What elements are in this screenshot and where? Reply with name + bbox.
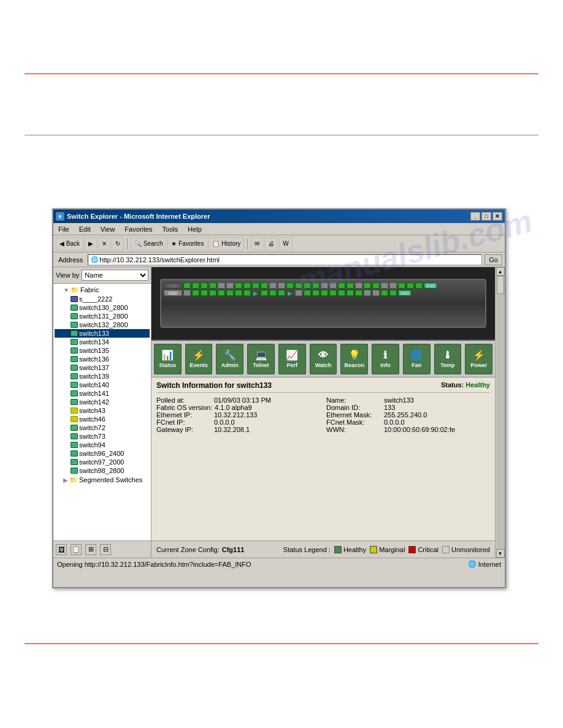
port	[372, 282, 380, 289]
temp-button[interactable]: 🌡 Temp	[434, 344, 462, 374]
polled-label: Polled at:	[156, 396, 212, 404]
panel-icon-2[interactable]: 📋	[71, 544, 82, 555]
status-button[interactable]: 📊 Status	[154, 344, 182, 374]
tree-fabric-root[interactable]: ▼ 📁 Fabric	[55, 285, 150, 295]
panel-icon-3[interactable]: ⊞	[85, 544, 96, 555]
watch-button[interactable]: 👁 Watch	[310, 344, 337, 374]
tree-item-switch96[interactable]: switch96_2400	[55, 449, 150, 458]
scroll-thumb[interactable]	[497, 276, 504, 294]
right-scrollbar[interactable]: ▲ ▼	[495, 267, 505, 558]
tree-item-switch97[interactable]: switch97_2000	[55, 458, 150, 466]
gateway-ip-label: Gateway IP:	[156, 426, 212, 433]
mail-button[interactable]: ✉	[251, 237, 263, 251]
info-row-eth-mask: Ethernet Mask: 255.255.240.0	[326, 411, 490, 419]
switch-icon-green	[71, 373, 78, 379]
print-button[interactable]: 🖨	[264, 237, 278, 251]
port	[218, 290, 225, 296]
status-value: Healthy	[465, 381, 490, 389]
favorites-button[interactable]: ★ Favorites	[167, 237, 207, 251]
beacon-button[interactable]: 💡 Beacon	[340, 344, 368, 374]
title-bar-buttons: _ □ ✕	[470, 212, 502, 221]
port	[209, 282, 216, 289]
minimize-button[interactable]: _	[470, 212, 480, 221]
tree-item-switch46[interactable]: switch46	[55, 415, 150, 423]
stop-button[interactable]: ✕	[98, 237, 110, 251]
info-row-polled: Polled at: 01/09/03 03:13 PM	[156, 396, 320, 404]
tree-item-switch140[interactable]: switch140	[55, 381, 150, 389]
tree-item-switch98[interactable]: switch98_2800	[55, 466, 150, 475]
title-bar-left: e Switch Explorer - Microsoft Internet E…	[56, 212, 210, 221]
switch-item-label: switch72	[79, 424, 105, 431]
maximize-button[interactable]: □	[481, 212, 491, 221]
tree-item-switch136[interactable]: switch136	[55, 355, 150, 363]
tree-item-switch142[interactable]: switch142	[55, 398, 150, 406]
close-button[interactable]: ✕	[492, 212, 502, 221]
events-button[interactable]: ⚡ Events	[185, 344, 213, 374]
history-button[interactable]: 📋 History	[209, 237, 244, 251]
panel-icon-1[interactable]: 🖼	[56, 544, 67, 555]
port	[243, 290, 251, 296]
beacon-icon: 💡	[348, 349, 361, 361]
scroll-down-button[interactable]: ▼	[496, 549, 505, 558]
tree-item-switch132[interactable]: switch132_2800	[55, 320, 150, 329]
scroll-up-button[interactable]: ▲	[496, 267, 505, 276]
panel-icon-4[interactable]: ⊟	[100, 544, 111, 555]
menu-favorites[interactable]: Favorites	[122, 224, 155, 234]
address-input[interactable]	[99, 256, 479, 264]
switch-icon-green	[71, 322, 78, 328]
scroll-track[interactable]	[496, 276, 505, 549]
snd-label: SND	[398, 290, 412, 296]
tree-item-switch141[interactable]: switch141	[55, 389, 150, 398]
go-button[interactable]: Go	[484, 254, 502, 265]
refresh-button[interactable]: ↻	[112, 237, 124, 251]
search-button[interactable]: 🔍 Search	[131, 237, 166, 251]
edit-button[interactable]: W	[279, 237, 292, 251]
port	[312, 282, 320, 289]
back-button[interactable]: ◀ Back	[56, 237, 83, 251]
admin-button[interactable]: 🔧 Admin	[216, 344, 243, 374]
tree-item-switch43[interactable]: switch43	[55, 406, 150, 415]
menu-edit[interactable]: Edit	[77, 224, 93, 234]
switch-item-label: switch73	[79, 433, 105, 440]
legend-marginal: Marginal	[370, 546, 405, 553]
tree-item-switch137[interactable]: switch137	[55, 363, 150, 372]
tree-item-switch131[interactable]: switch131_2800	[55, 312, 150, 320]
tree-item-s2222[interactable]: s____2222	[55, 295, 150, 303]
menu-file[interactable]: File	[56, 224, 72, 234]
tree-item-switch72[interactable]: switch72	[55, 423, 150, 432]
tree-item-switch134[interactable]: switch134	[55, 338, 150, 346]
perf-button[interactable]: 📈 Perf	[278, 344, 306, 374]
switch-item-label: switch46	[79, 415, 105, 423]
switch-item-label: switch96_2400	[79, 450, 124, 457]
info-row-eth-ip: Ethernet IP: 10.32.212.133	[156, 411, 320, 419]
view-by-select[interactable]: Name IP Address WWN	[82, 270, 148, 281]
switch-item-label: switch97_2000	[79, 458, 124, 466]
switch-icon-blue	[71, 296, 78, 302]
menu-tools[interactable]: Tools	[160, 224, 181, 234]
port-row-1: SND SND	[164, 282, 483, 289]
tree-item-switch73[interactable]: switch73	[55, 432, 150, 441]
port	[338, 290, 345, 296]
menu-help[interactable]: Help	[185, 224, 204, 234]
temp-icon: 🌡	[443, 350, 453, 361]
power-button[interactable]: ⚡ Power	[465, 344, 492, 374]
tree-item-switch135[interactable]: switch135	[55, 346, 150, 355]
port	[295, 282, 302, 289]
tree-item-switch139[interactable]: switch139	[55, 372, 150, 381]
port	[304, 282, 311, 289]
menu-view[interactable]: View	[98, 224, 118, 234]
tree-item-switch94[interactable]: switch94	[55, 441, 150, 449]
port	[329, 290, 337, 296]
telnet-button[interactable]: 💻 Telnet	[247, 344, 275, 374]
info-button[interactable]: ℹ Info	[372, 344, 399, 374]
power-icon: ⚡	[473, 349, 485, 361]
status-right: Status Legend : Healthy Marginal Critica…	[283, 546, 490, 553]
fan-button[interactable]: 🌀 Fan	[403, 344, 431, 374]
healthy-dot	[334, 546, 342, 553]
forward-button[interactable]: ▶	[85, 237, 97, 251]
tree-item-switch130[interactable]: switch130_2800	[55, 303, 150, 312]
tree-segmented-switches[interactable]: ▶ 📁 Segmented Switches	[55, 475, 150, 485]
tree-area: ▼ 📁 Fabric s____2222 switch130_2800	[53, 284, 151, 540]
info-row-domain-id: Domain ID: 133	[326, 404, 490, 411]
tree-item-switch133[interactable]: switch133	[55, 329, 150, 338]
